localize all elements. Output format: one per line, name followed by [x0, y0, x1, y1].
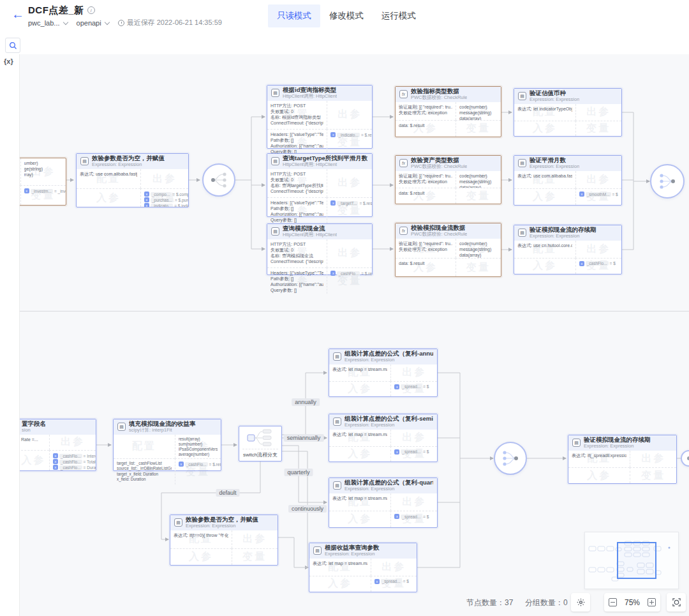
app-header: ← DCF点差_新i pwc_lab... openapi 最近保存 2022-… [0, 0, 689, 37]
node-validate-params-top[interactable]: ▤ 效验参数是否为空，并赋值Expression: Expression 配置表… [76, 153, 189, 207]
fanin-icon [658, 173, 677, 190]
httpclient-icon: ▤ [271, 227, 279, 236]
tab-edit-mode[interactable]: 修改模式 [320, 4, 373, 27]
variable-icon: x [53, 453, 58, 458]
node-query-indicator-type[interactable]: ▤ 根据id查询指标类型HttpClient调用: HttpClient 配置 … [267, 85, 373, 149]
node-spread-formula-semiannually[interactable]: ▤ 组装计算点差的公式（复利-semiannually）Expression: … [329, 414, 438, 462]
settings-button[interactable] [571, 593, 590, 612]
variable-icon: x [53, 459, 58, 464]
zoom-in-icon[interactable] [648, 598, 656, 606]
fanout-junction[interactable] [202, 163, 235, 197]
variable-icon: x [144, 192, 149, 197]
zoom-out-icon[interactable] [609, 598, 617, 606]
edge-label-quarterly: quarterly [284, 469, 313, 476]
variable-icon: x [24, 188, 29, 193]
switch-branch-icon [246, 428, 274, 447]
node-query-targettype-smooth-months[interactable]: ▤ 查询targetType所找到平滑月数HttpClient调用: HttpC… [267, 153, 373, 217]
variable-icon: x [579, 261, 584, 266]
chevron-down-icon[interactable] [63, 19, 68, 24]
expression-icon: ▤ [333, 417, 341, 426]
back-arrow-icon[interactable]: ← [11, 8, 24, 20]
fit-view-icon [672, 597, 681, 607]
edge-label-semiannually: semiannually [284, 434, 324, 442]
variable-icon: x [394, 449, 399, 454]
expression-icon: ▤ [518, 92, 526, 100]
expression-icon: ▤ [572, 439, 581, 447]
edge-label-default: default [216, 489, 239, 497]
fanin-icon [501, 450, 520, 467]
node-spread-formula-quarterly[interactable]: ▤ 组装计算点差的公式（复利-quarterly）Expression: Exp… [329, 477, 438, 528]
variable-icon: x [330, 132, 336, 137]
fanin-junction-top[interactable] [650, 164, 685, 199]
fanin-junction-bottom[interactable] [494, 442, 527, 475]
variable-icon: x [374, 579, 380, 584]
page-title: DCF点差_新 [28, 4, 84, 15]
chevron-down-icon[interactable] [104, 19, 109, 24]
node-validate-params-bottom[interactable]: ▤ 效验参数是否为空，并赋值Expression: Expression 配置表… [170, 515, 278, 566]
node-set-field-name[interactable]: 置字段名sion Rate =... 出参 入参 x_cashFlo...= I… [19, 419, 96, 471]
fanout-icon [209, 172, 228, 188]
variable-icon: x [579, 192, 584, 197]
edge-label-continuously: continuously [288, 505, 327, 513]
variable-icon: x [394, 384, 399, 389]
tab-run-mode[interactable]: 运行模式 [373, 4, 425, 27]
expression-icon: ▤ [333, 481, 341, 490]
checkrule-icon: fx [399, 90, 408, 98]
gear-icon [576, 597, 586, 607]
node-count: 节点数量：37 [466, 597, 513, 608]
checkrule-icon: fx [399, 159, 408, 167]
tab-read-mode[interactable]: 只读模式 [268, 4, 320, 27]
group-divider [20, 311, 689, 312]
node-validate-cashflow-duration-bottom[interactable]: ▤ 验证模拟现金流的存续期Expression: Expression 配置表达… [568, 435, 677, 484]
switch-node-label: switch流程分支 [242, 449, 278, 458]
workspace-select[interactable]: pwc_lab... [28, 19, 60, 27]
variable-icon: x [330, 200, 336, 206]
checkrule-icon: fx [399, 227, 408, 235]
expression-icon: ▤ [80, 157, 89, 165]
node-check-cashflow-data[interactable]: fx 校验模拟现金流数据PWC数据校验: CheckRule 配置 验证规则: … [395, 223, 501, 277]
flow-canvas[interactable]: annually semiannually quarterly continuo… [19, 54, 689, 616]
httpclient-icon: ▤ [271, 89, 279, 97]
variable-icon: x [53, 465, 58, 470]
node-check-indicator-type-data[interactable]: fx 效验指标类型数据PWC数据校验: CheckRule 配置 验证规则: [… [395, 86, 501, 137]
minimap-viewport[interactable] [617, 542, 656, 579]
node-validate-smooth-months[interactable]: ▤ 验证平滑月数Expression: Expression 配置表达式: us… [514, 155, 622, 206]
node-query-params-by-yield[interactable]: ▤ 根据收益率查询参数Expression: Expression 配置表达式:… [309, 543, 417, 592]
node-check-asset-type-data[interactable]: fx 效验资产类型数据PWC数据校验: CheckRule 配置 验证规则: [… [395, 155, 501, 204]
node-switch-branch[interactable]: switch流程分支 [239, 426, 282, 462]
variable-icon: x [330, 271, 336, 276]
node-query-simulated-cashflow[interactable]: ▤ 查询模拟现金流HttpClient调用: HttpClient 配置 HTT… [267, 223, 373, 275]
expression-icon: ▤ [518, 159, 526, 167]
variable-panel-icon[interactable]: {x} [4, 57, 13, 65]
httpclient-icon: ▤ [271, 157, 279, 165]
group-count: 分组数量：0 [525, 597, 568, 608]
expression-icon: ▤ [313, 546, 322, 555]
node-clipped-output[interactable]: 配置 出参 umber) ge(string) rray) 入参 变量 x_in… [19, 158, 66, 206]
expression-icon: ▤ [174, 518, 182, 527]
variable-icon: x [144, 197, 149, 202]
scipy-icon: ▤ [117, 423, 126, 431]
fit-view-button[interactable] [667, 593, 686, 612]
search-button[interactable] [5, 38, 20, 53]
api-select[interactable]: openapi [77, 19, 101, 27]
variable-icon: x [394, 514, 399, 519]
variable-icon: x [144, 203, 149, 207]
search-icon [9, 41, 17, 50]
node-spread-formula-annually[interactable]: ▤ 组装计算点差的公式（复利-annually）Expression: Expr… [329, 349, 438, 397]
expression-icon: ▤ [333, 352, 341, 361]
last-saved: 最近保存 2022-06-21 14:35:59 [118, 18, 222, 27]
variable-icon: x [179, 462, 184, 467]
node-fill-cashflow-yield[interactable]: ▤ 填充模拟现金流的收益率scipy计算: interp1Fit 配置 出参 r… [113, 419, 221, 471]
end-junction[interactable] [681, 450, 689, 467]
zoom-controls: 75% [604, 593, 660, 612]
node-validate-valuation-currency[interactable]: ▤ 验证估值币种Expression: Expression 配置表达式: le… [514, 88, 622, 137]
mode-tabs: 只读模式 修改模式 运行模式 [268, 4, 425, 27]
minimap[interactable] [584, 532, 679, 589]
clock-icon [118, 20, 124, 26]
zoom-level: 75% [625, 598, 640, 607]
node-validate-cashflow-duration-top[interactable]: ▤ 验证模拟现金流的存续期Expression: Expression 配置表达… [514, 225, 622, 274]
info-icon[interactable]: i [87, 6, 95, 14]
expression-icon: ▤ [518, 229, 526, 237]
edge-label-annually: annually [292, 398, 320, 406]
